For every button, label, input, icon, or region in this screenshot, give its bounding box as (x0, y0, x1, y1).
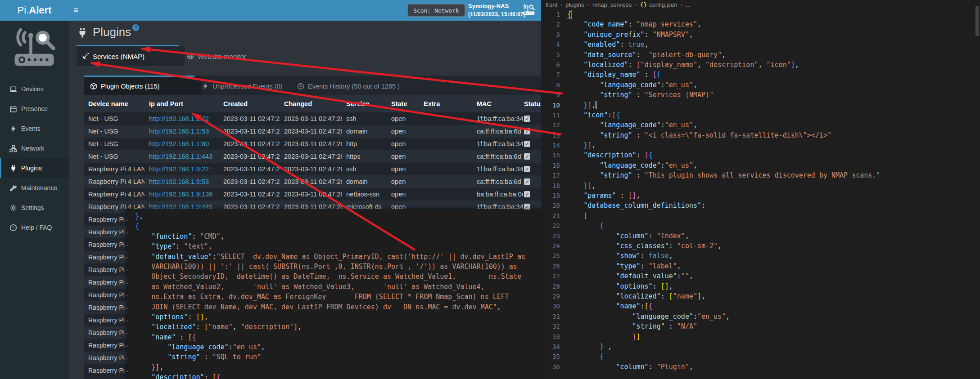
ip-port-link[interactable]: http://192.168.1.9:139 (149, 191, 212, 198)
column-header-service[interactable]: Service (342, 100, 387, 107)
overlay-scrollbar-thumb[interactable] (975, 6, 979, 36)
ip-port-link[interactable]: http://192.168.1.1:22 (149, 115, 209, 122)
line-number: 28 (541, 281, 567, 291)
breadcrumb-item[interactable]: plugins (565, 1, 584, 8)
column-header-extra[interactable]: Extra (419, 100, 472, 107)
sidebar-item-plugins[interactable]: Plugins (0, 158, 69, 178)
status-checkbox[interactable]: ✓ (524, 116, 530, 122)
cell-changed: 2023-03-11 02:47:20 (280, 128, 342, 135)
column-header-changed[interactable]: Changed (280, 100, 342, 107)
ip-port-link[interactable]: http://192.168.1.1:53 (149, 128, 209, 135)
cell-device: Net - USG (84, 140, 145, 147)
ip-port-cell: http://192.168.1.9:139 (145, 191, 219, 198)
line-number: 14 (541, 140, 567, 150)
status-checkbox[interactable]: ✓ (524, 204, 530, 210)
sidebar-item-settings[interactable]: Settings (0, 198, 69, 218)
over-code-line: as Watched_Value2, 'null' as Watched_Val… (135, 282, 541, 292)
editor-line: 22 { (541, 221, 980, 231)
cell-device: Net - USG (84, 128, 145, 135)
table-row: Net - USGhttp://192.168.1.1:4432023-03-1… (84, 150, 541, 163)
editor-line: 19 "params" : [], (541, 191, 980, 201)
column-header-created[interactable]: Created (219, 100, 280, 107)
subtab-plugin-objects[interactable]: Plugin Objects (115) (84, 77, 201, 95)
line-number: 20 (541, 201, 567, 210)
over-code-line: ns.Extra as Extra, dv.dev_MAC as Foreign… (135, 292, 541, 302)
pialert-logo (11, 28, 58, 69)
table-row-partial: Raspberry Pi 4 LAN (84, 326, 127, 339)
status-checkbox[interactable]: ✓ (524, 191, 530, 197)
over-code-line: "string" : "SQL to run" (135, 352, 541, 362)
cell-state: open (387, 165, 419, 173)
sidebar-item-network[interactable]: Network (0, 138, 69, 158)
breadcrumb-item[interactable]: ... (686, 1, 691, 8)
tab-label: Website monitor (198, 53, 246, 60)
table-row: Net - USGhttp://192.168.1.1:222023-03-11… (84, 112, 541, 125)
table-body: Net - USGhttp://192.168.1.1:222023-03-11… (84, 112, 541, 213)
ip-port-link[interactable]: http://192.168.1.9:53 (149, 178, 209, 185)
editor-line: 10 }], (541, 100, 980, 110)
status-checkbox[interactable]: ✓ (524, 141, 530, 147)
column-header-device-name[interactable]: Device name (84, 100, 145, 107)
column-header-status[interactable]: Status (523, 100, 541, 107)
sidebar-item-maintenance[interactable]: Maintenance (0, 178, 69, 198)
sidebar-item-help[interactable]: Help / FAQ (0, 218, 69, 237)
editor-line: 4 "enabled": true, (541, 40, 980, 49)
cell-created: 2023-03-11 02:47:20 (219, 191, 280, 198)
wrench-icon (9, 184, 17, 192)
ip-port-link[interactable]: http://192.168.1.9:22 (149, 165, 209, 173)
sidebar: DevicesPresenceEventsNetworkPluginsMaint… (0, 21, 69, 379)
line-number: 27 (541, 271, 567, 281)
hamburger-menu-icon[interactable]: ≡ (73, 0, 78, 21)
app-logo[interactable]: Pi.Alert (0, 0, 69, 21)
column-header-mac[interactable]: MAC (472, 100, 523, 107)
table-row: Raspberry Pi 4 LANhttp://192.168.1.9:532… (84, 175, 541, 188)
over-code-line: "function": "CMD", (135, 232, 541, 241)
subtab-unprocessed-events[interactable]: Unprocessed Events (0) (202, 77, 283, 95)
plug-icon (77, 27, 88, 39)
breadcrumb-item[interactable]: nmap_services (592, 1, 632, 8)
breadcrumb-item[interactable]: {}config.json (640, 1, 677, 8)
text-cursor (596, 101, 596, 109)
help-badge[interactable]: ? (132, 24, 139, 31)
editor-line: 15 "description": [{ (541, 150, 980, 160)
line-number: 33 (541, 332, 567, 342)
editor-line: 24 "css_classes": "col-sm-2", (541, 241, 980, 251)
tab-website-monitor[interactable]: Website monitor (187, 46, 246, 66)
editor-line: 27 "default_value":"", (541, 271, 980, 281)
line-number: 29 (541, 291, 567, 301)
subtab-events-history[interactable]: Events History (50 out of 1265 ) (297, 77, 400, 95)
table-row: Raspberry Pi 4 LANhttp://192.168.1.9:222… (84, 163, 541, 175)
cell-created: 2023-03-11 02:47:20 (219, 115, 280, 122)
breadcrumb-item[interactable]: front (546, 1, 557, 8)
editor-line: 30 "name":[{ (541, 301, 980, 311)
over-code-line: "type": "text", (135, 241, 541, 251)
editor-line: 36 "column": "Plugin", (541, 362, 980, 372)
status-checkbox[interactable]: ✓ (524, 178, 530, 185)
editor-line: 17 "string" : "This plugin shows all ser… (541, 170, 980, 180)
cell-mac: ca:ff:ff:ca:ba:6d (472, 178, 523, 185)
code-editor: front›plugins›nmap_services›{}config.jso… (541, 0, 980, 379)
ip-port-link[interactable]: http://192.168.1.1:80 (149, 140, 209, 147)
status-checkbox[interactable]: ✓ (524, 153, 530, 160)
line-number: 13 (541, 130, 567, 140)
editor-line: 21 [ (541, 211, 980, 221)
line-number: 8 (541, 80, 567, 90)
cell-changed: 2023-03-11 02:47:20 (280, 153, 342, 160)
sidebar-item-presence[interactable]: Presence (0, 99, 69, 119)
ip-port-link[interactable]: http://192.168.1.1:443 (149, 153, 212, 160)
sidebar-item-events[interactable]: Events (0, 119, 69, 138)
editor-lines[interactable]: 1{2 "code_name": "nmap_services",3 "uniq… (541, 9, 980, 372)
cell-state: open (387, 115, 419, 122)
tab-services-nmap[interactable]: Services (NMAP) (77, 46, 185, 66)
column-header-ip-and-port[interactable]: Ip and Port (145, 100, 219, 107)
over-code-line: "language_code":"en_us", (135, 342, 541, 352)
line-number: 26 (541, 261, 567, 271)
status-checkbox[interactable]: ✓ (524, 166, 530, 172)
editor-line: 5 "data_source": "pialert-db-query", (541, 50, 980, 60)
column-header-state[interactable]: State (387, 100, 419, 107)
sidebar-item-label: Plugins (21, 165, 42, 172)
over-code-line: JOIN (SELECT dev_Name, dev_MAC, dev_Last… (135, 302, 541, 312)
cell-device: Raspberry Pi 4 LAN (84, 191, 145, 198)
sidebar-item-devices[interactable]: Devices (0, 79, 69, 99)
status-checkbox[interactable]: ✓ (524, 128, 530, 134)
